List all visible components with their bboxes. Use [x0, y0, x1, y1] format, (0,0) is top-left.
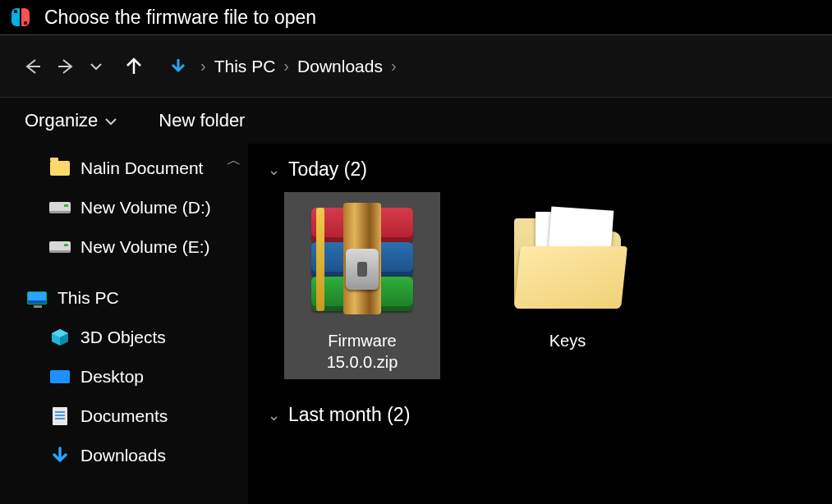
breadcrumb-separator-icon: ›: [275, 57, 297, 76]
command-bar: Organize New folder: [0, 98, 832, 144]
download-arrow-icon: [169, 57, 187, 76]
sidebar-item-this-pc[interactable]: This PC: [0, 278, 248, 318]
file-item-keys-folder[interactable]: Keys: [490, 192, 646, 379]
sidebar-item-nalin-document[interactable]: Nalin Document: [0, 149, 248, 188]
chevron-down-icon: ⌄: [268, 406, 280, 424]
cube-icon: [49, 327, 71, 348]
file-list-pane[interactable]: ⌄ Today (2) Firmware 15.0.0.zip: [248, 144, 832, 504]
breadcrumb-current[interactable]: Downloads: [297, 57, 383, 76]
breadcrumb-root[interactable]: This PC: [214, 57, 276, 76]
main-area: ︿ Nalin Document New Volume (D:) New Vol…: [0, 144, 832, 504]
sidebar-item-label: New Volume (E:): [80, 237, 210, 257]
app-icon: [11, 8, 36, 26]
document-icon: [49, 405, 71, 427]
organize-button[interactable]: Organize: [25, 110, 117, 131]
sidebar-item-label: 3D Objects: [80, 328, 166, 347]
folder-icon: [506, 199, 629, 322]
chevron-down-icon: [104, 110, 117, 131]
back-button[interactable]: [15, 50, 49, 83]
up-button[interactable]: [117, 50, 151, 83]
window-title: Choose the firmware file to open: [44, 7, 316, 29]
navigation-bar: › This PC › Downloads ›: [0, 35, 832, 98]
group-items-today: Firmware 15.0.0.zip Keys: [268, 192, 812, 379]
joycon-left-icon: [11, 8, 20, 26]
chevron-down-icon: [89, 59, 103, 74]
sidebar-item-label: Desktop: [80, 367, 144, 387]
pc-icon: [26, 287, 48, 309]
title-bar: Choose the firmware file to open: [0, 0, 832, 34]
group-header-label: Today (2): [288, 158, 367, 181]
file-item-label: Firmware 15.0.0.zip: [291, 330, 434, 373]
archive-icon: [301, 199, 424, 322]
new-folder-label: New folder: [159, 110, 245, 131]
scroll-up-icon[interactable]: ︿: [227, 150, 241, 170]
folder-icon: [49, 158, 71, 179]
sidebar-item-label: Nalin Document: [80, 158, 203, 178]
recent-locations-button[interactable]: [79, 50, 113, 83]
sidebar-item-label: This PC: [57, 288, 119, 308]
sidebar-item-label: Documents: [80, 406, 168, 426]
desktop-icon: [49, 366, 71, 387]
arrow-right-icon: [56, 56, 77, 77]
sidebar-item-volume-d[interactable]: New Volume (D:): [0, 188, 248, 227]
sidebar-item-downloads[interactable]: Downloads: [0, 436, 248, 475]
breadcrumb-separator-icon: ›: [383, 57, 405, 76]
chevron-down-icon: ⌄: [268, 161, 280, 179]
group-header-today[interactable]: ⌄ Today (2): [268, 158, 812, 181]
drive-icon: [49, 197, 71, 218]
download-icon: [49, 445, 71, 466]
new-folder-button[interactable]: New folder: [159, 110, 245, 131]
sidebar-item-volume-e[interactable]: New Volume (E:): [0, 227, 248, 267]
group-header-label: Last month (2): [288, 404, 410, 426]
file-item-label: Keys: [549, 330, 586, 351]
arrow-left-icon: [21, 56, 43, 77]
sidebar-item-label: Downloads: [80, 446, 166, 465]
address-bar[interactable]: › This PC › Downloads ›: [161, 47, 817, 86]
organize-label: Organize: [25, 110, 98, 131]
sidebar-item-3d-objects[interactable]: 3D Objects: [0, 318, 248, 357]
group-header-last-month[interactable]: ⌄ Last month (2): [268, 404, 812, 426]
sidebar-item-label: New Volume (D:): [80, 198, 211, 218]
sidebar-item-desktop[interactable]: Desktop: [0, 357, 248, 396]
drive-icon: [49, 236, 71, 258]
joycon-right-icon: [21, 8, 30, 26]
navigation-tree[interactable]: ︿ Nalin Document New Volume (D:) New Vol…: [0, 144, 248, 504]
file-item-firmware-zip[interactable]: Firmware 15.0.0.zip: [284, 192, 440, 379]
sidebar-item-documents[interactable]: Documents: [0, 396, 248, 436]
breadcrumb-separator-icon: ›: [192, 57, 214, 76]
downloads-location-icon: [169, 57, 187, 76]
arrow-up-icon: [123, 56, 145, 77]
